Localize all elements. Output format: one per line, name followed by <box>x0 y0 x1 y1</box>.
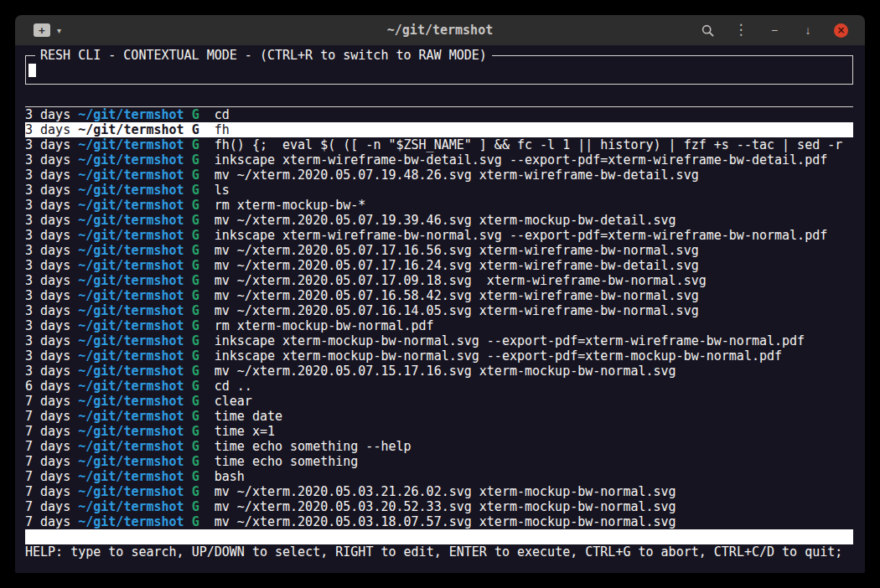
history-row[interactable]: 7 days~/git/termshotGmv ~/xterm.2020.05.… <box>25 484 853 499</box>
restore-button[interactable]: ↓ <box>800 23 815 38</box>
history-row[interactable]: 3 days~/git/termshotGls <box>25 183 853 198</box>
row-flags: G <box>192 273 215 288</box>
history-row[interactable]: 3 days~/git/termshotGinkscape xterm-wire… <box>25 152 853 168</box>
row-time: 3 days <box>25 168 78 183</box>
row-command: fh <box>215 122 230 137</box>
row-command: time echo something <box>215 454 359 469</box>
history-row[interactable]: 3 days~/git/termshotGfh <box>25 122 853 137</box>
row-command: mv ~/xterm.2020.05.07.15.17.16.svg xterm… <box>215 364 676 379</box>
search-icon <box>701 24 714 37</box>
history-row[interactable]: 3 days~/git/termshotGcd <box>25 107 853 122</box>
row-command: inkscape xterm-mockup-bw-normal.svg --ex… <box>215 333 805 348</box>
history-row[interactable]: 7 days~/git/termshotGtime echo something… <box>25 439 853 454</box>
history-row[interactable]: 6 days~/git/termshotGcd .. <box>25 379 853 394</box>
menu-button[interactable]: ⋮ <box>733 23 748 38</box>
row-directory: ~/git/termshot <box>78 484 191 499</box>
row-flags: G <box>192 409 215 424</box>
history-row[interactable]: 3 days~/git/termshotGmv ~/xterm.2020.05.… <box>25 303 853 318</box>
history-row[interactable]: 3 days~/git/termshotGmv ~/xterm.2020.05.… <box>25 364 853 379</box>
row-directory: ~/git/termshot <box>78 198 191 213</box>
row-command: bash <box>215 469 245 484</box>
history-row[interactable]: 7 days~/git/termshotGmv ~/xterm.2020.05.… <box>25 499 853 514</box>
row-time: 7 days <box>25 454 78 469</box>
close-icon: × <box>836 25 845 35</box>
row-command: mv ~/xterm.2020.05.03.18.07.57.svg xterm… <box>215 514 676 529</box>
row-command: fh() {; eval $( ([ -n "$ZSH_NAME" ] && f… <box>215 137 843 152</box>
row-command: mv ~/xterm.2020.05.07.16.14.05.svg xterm… <box>215 303 699 318</box>
row-time: 6 days <box>25 379 78 394</box>
row-flags: G <box>192 469 215 484</box>
row-flags: G <box>192 499 215 514</box>
history-row[interactable]: 3 days~/git/termshotGmv ~/xterm.2020.05.… <box>25 243 853 258</box>
row-directory: ~/git/termshot <box>78 454 191 469</box>
row-command: rm xterm-mockup-bw-* <box>215 198 366 213</box>
row-flags: G <box>192 213 215 228</box>
row-command: mv ~/xterm.2020.05.03.21.26.02.svg xterm… <box>215 484 676 499</box>
row-command: rm xterm-mockup-bw-normal.pdf <box>215 318 434 333</box>
minimize-button[interactable]: − <box>767 23 782 38</box>
history-row[interactable]: 7 days~/git/termshotGclear <box>25 394 853 409</box>
history-list: 3 days~/git/termshotGcd3 days~/git/terms… <box>25 107 853 529</box>
close-button[interactable]: × <box>834 23 848 38</box>
row-directory: ~/git/termshot <box>78 318 191 333</box>
row-directory: ~/git/termshot <box>78 152 191 168</box>
status-bar: 2020-05-08 00:34:56tower:~/git/termshotf… <box>25 529 853 544</box>
row-flags: G <box>192 318 215 333</box>
row-time: 3 days <box>25 107 78 122</box>
history-row[interactable]: 7 days~/git/termshotGtime x=1 <box>25 424 853 439</box>
row-flags: G <box>192 333 215 348</box>
resh-search-box[interactable]: RESH CLI - CONTEXTUAL MODE - (CTRL+R to … <box>25 55 853 85</box>
history-row[interactable]: 7 days~/git/termshotGmv ~/xterm.2020.05.… <box>25 514 853 529</box>
history-row[interactable]: 3 days~/git/termshotGmv ~/xterm.2020.05.… <box>25 258 853 273</box>
row-time: 7 days <box>25 394 78 409</box>
row-directory: ~/git/termshot <box>78 348 191 364</box>
history-row[interactable]: 3 days~/git/termshotGinkscape xterm-mock… <box>25 348 853 364</box>
row-directory: ~/git/termshot <box>78 424 191 439</box>
history-row[interactable]: 3 days~/git/termshotGfh() {; eval $( ([ … <box>25 137 853 152</box>
row-flags: G <box>192 394 215 409</box>
row-time: 3 days <box>25 288 78 303</box>
history-row[interactable]: 7 days~/git/termshotGbash <box>25 469 853 484</box>
row-directory: ~/git/termshot <box>78 469 191 484</box>
row-flags: G <box>192 484 215 499</box>
history-row[interactable]: 3 days~/git/termshotGinkscape xterm-wire… <box>25 228 853 243</box>
row-directory: ~/git/termshot <box>78 439 191 454</box>
row-flags: G <box>192 198 215 213</box>
row-directory: ~/git/termshot <box>78 364 191 379</box>
row-command: mv ~/xterm.2020.05.07.17.16.24.svg xterm… <box>215 258 699 273</box>
terminal-content: RESH CLI - CONTEXTUAL MODE - (CTRL+R to … <box>15 45 865 573</box>
row-flags: G <box>192 439 215 454</box>
row-command: mv ~/xterm.2020.05.07.17.09.18.svg xterm… <box>215 273 707 288</box>
history-row[interactable]: 3 days~/git/termshotGmv ~/xterm.2020.05.… <box>25 288 853 303</box>
row-time: 7 days <box>25 514 78 529</box>
row-command: mv ~/xterm.2020.05.03.20.52.33.svg xterm… <box>215 499 676 514</box>
chevron-down-icon[interactable]: ▾ <box>57 26 61 35</box>
history-row[interactable]: 7 days~/git/termshotGtime date <box>25 409 853 424</box>
row-flags: G <box>192 152 215 168</box>
row-time: 3 days <box>25 198 78 213</box>
row-command: cd <box>215 107 230 122</box>
history-row[interactable]: 3 days~/git/termshotGrm xterm-mockup-bw-… <box>25 198 853 213</box>
row-directory: ~/git/termshot <box>78 183 191 198</box>
history-row[interactable]: 7 days~/git/termshotGtime echo something <box>25 454 853 469</box>
titlebar[interactable]: + ▾ ~/git/termshot ⋮ − ↓ × <box>15 15 865 45</box>
new-tab-button[interactable]: + <box>34 23 50 37</box>
row-command: inkscape xterm-wireframe-bw-normal.svg -… <box>215 228 828 243</box>
row-command: clear <box>215 394 252 409</box>
row-flags: G <box>192 107 215 122</box>
row-flags: G <box>192 364 215 379</box>
row-command: time date <box>215 409 282 424</box>
row-time: 3 days <box>25 303 78 318</box>
history-row[interactable]: 3 days~/git/termshotGmv ~/xterm.2020.05.… <box>25 213 853 228</box>
history-row[interactable]: 3 days~/git/termshotGmv ~/xterm.2020.05.… <box>25 273 853 288</box>
history-row[interactable]: 3 days~/git/termshotGmv ~/xterm.2020.05.… <box>25 168 853 183</box>
row-flags: G <box>192 514 215 529</box>
row-flags: G <box>192 168 215 183</box>
history-row[interactable]: 3 days~/git/termshotGrm xterm-mockup-bw-… <box>25 318 853 333</box>
row-command: inkscape xterm-wireframe-bw-detail.svg -… <box>215 152 828 168</box>
history-row[interactable]: 3 days~/git/termshotGinkscape xterm-mock… <box>25 333 853 348</box>
row-time: 7 days <box>25 499 78 514</box>
row-time: 7 days <box>25 424 78 439</box>
row-flags: G <box>192 258 215 273</box>
search-button[interactable] <box>700 23 715 38</box>
